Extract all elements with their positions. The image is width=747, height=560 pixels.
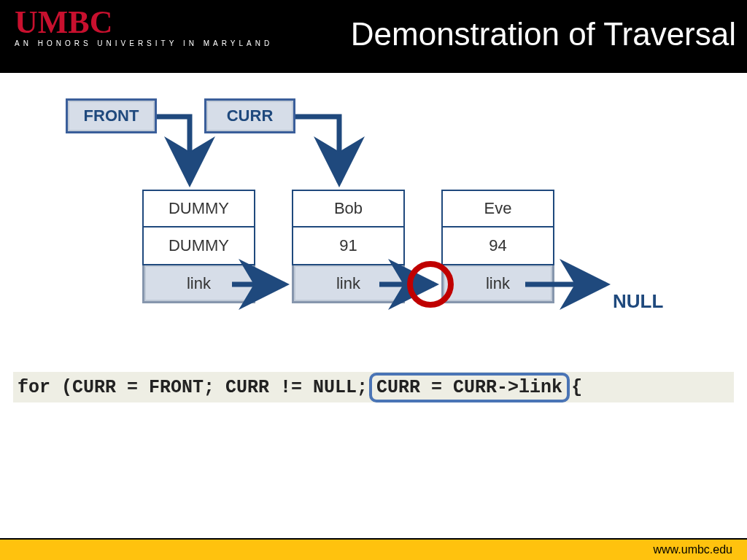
logo-subtitle: AN HONORS UNIVERSITY IN MARYLAND <box>15 39 273 47</box>
logo-text: UMBC <box>15 4 273 41</box>
code-highlight: CURR = CURR->link <box>369 373 570 402</box>
footer-bar: www.umbc.edu <box>0 538 747 560</box>
linked-list-diagram: FRONT CURR DUMMY DUMMY link Bob 91 link … <box>0 95 747 357</box>
code-part2: { <box>571 377 582 398</box>
slide-header: UMBC AN HONORS UNIVERSITY IN MARYLAND De… <box>0 0 747 73</box>
code-line: for (CURR = FRONT; CURR != NULL; CURR = … <box>13 372 734 402</box>
code-part1: for (CURR = FRONT; CURR != NULL; <box>18 377 368 398</box>
arrows-svg <box>0 95 747 357</box>
slide-title: Demonstration of Traversal <box>351 16 736 52</box>
footer-url: www.umbc.edu <box>654 543 733 556</box>
umbc-logo: UMBC AN HONORS UNIVERSITY IN MARYLAND <box>15 4 273 47</box>
